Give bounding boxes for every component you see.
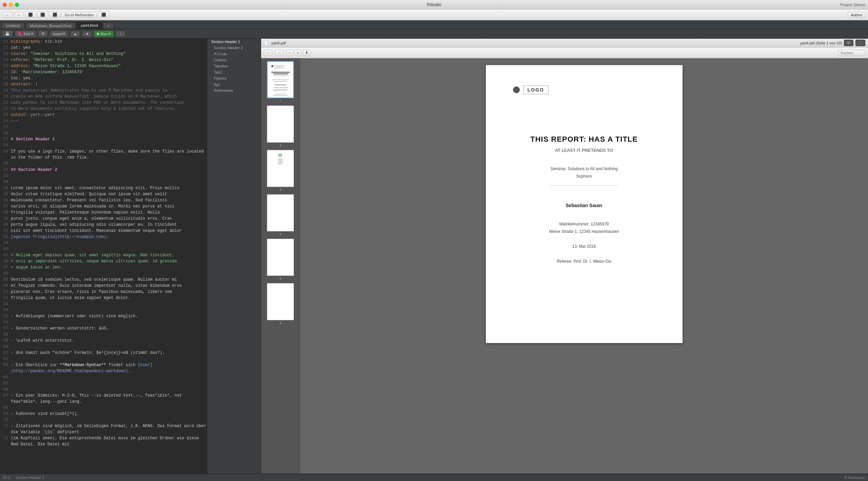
line-content: If you use a logo file, images, or other… (11, 148, 207, 161)
outline-item-7[interactable]: fig1 (207, 81, 261, 87)
app-title: RStudio (427, 2, 441, 7)
pdf-author-meta: Matrikelnummer: 12345679 Meine Straße 1,… (549, 222, 619, 234)
code-line: 17toc: yes (0, 75, 207, 81)
code-line: 50et feugiat commodo. Duis interdum impe… (0, 283, 207, 289)
outline-item-1[interactable]: Section Header 2 (207, 45, 261, 51)
editor-panel[interactable]: 11bibliography: bib.bib12lot: yes13cours… (0, 39, 207, 474)
goto-file-button[interactable]: Go to file/function (62, 12, 97, 18)
line-number: 58 (0, 332, 11, 338)
pdf-settings-btn[interactable]: ⚙ (844, 40, 853, 46)
line-number: 26 (0, 130, 11, 136)
save-button[interactable]: 💾 (2, 31, 13, 37)
line-content: fringilla quam, ut luctus enim sapien eg… (11, 295, 131, 301)
forward-button[interactable]: → (14, 12, 24, 18)
minimize-button[interactable] (9, 3, 13, 7)
line-number: 44 (0, 246, 11, 252)
line-number: 21 (0, 100, 11, 106)
code-line: 72 (im Kopfteil oben). Die entsprechende… (0, 435, 207, 447)
line-content: bibliography: bib.bib (11, 39, 62, 45)
title-bar: RStudio Project: (None) (0, 0, 868, 9)
toolbar-icon-3[interactable]: ⬛ (50, 12, 60, 18)
pdf-back-btn[interactable]: ← (264, 50, 272, 56)
more-button[interactable]: ⋮ (116, 31, 125, 37)
outline-item-2[interactable]: R-Code (207, 51, 261, 57)
close-button[interactable] (3, 3, 7, 7)
thumb-4-page-num: ii (280, 233, 281, 236)
thumb-3-page-num: ii (280, 188, 281, 192)
line-content: > orci ac imperdiet ultricies, neque met… (11, 258, 177, 264)
line-number: 14 (0, 57, 11, 63)
outline-item-0[interactable]: Section Header 1 (207, 39, 261, 45)
line-content: address: "Meine Straße 1, 12345 Hausenha… (11, 63, 121, 69)
pdf-thumb-2[interactable] (267, 105, 294, 143)
knit-icon: 🧶 (18, 32, 23, 36)
pdf-thumb-4[interactable] (267, 194, 294, 232)
zoom-in-btn[interactable]: + (294, 50, 301, 56)
line-number: 50 (0, 283, 11, 289)
pdf-university: Sophism (550, 174, 617, 179)
back-button[interactable]: ← (3, 12, 13, 18)
zoom-out-btn[interactable]: − (286, 50, 293, 56)
code-line: 42[egestas fringilla](http://example.com… (0, 234, 207, 240)
outline-item-4[interactable]: Tabellen (207, 63, 261, 69)
line-number: 18 (0, 81, 11, 87)
save-pdf-btn[interactable]: ⬇ (303, 49, 311, 56)
code-line: 70 (0, 417, 207, 423)
new-tab-button[interactable]: + (103, 22, 114, 29)
pdf-page-viewer[interactable]: LOGO THIS REPORT: HAS A TITLE AT LEAST I… (300, 58, 868, 474)
pdf-search-input[interactable] (838, 50, 865, 56)
pdf-forward-btn[interactable]: → (275, 50, 283, 56)
toolbar-icon-4[interactable]: ⬛ (98, 12, 109, 18)
pdf-thumb-1[interactable]: LOGO (267, 61, 294, 98)
code-line: 62 (0, 356, 207, 362)
code-line: 56 (0, 319, 207, 325)
tab-markdown-beispiel[interactable]: Markdown_Beispiel.Rmd (25, 22, 76, 29)
arrow-down-button[interactable]: ▼ (82, 31, 92, 37)
outline-item-5[interactable]: Tab2 (207, 69, 261, 75)
tab-untitled1[interactable]: Untitled1 (1, 22, 25, 29)
outline-item-6[interactable]: Figures (207, 75, 261, 81)
code-line: 22 to Word documents currently supports … (0, 106, 207, 112)
pdf-thumb-3[interactable] (267, 150, 294, 187)
addins-button[interactable]: Addins (848, 12, 865, 18)
thumb-1-page-num: i (280, 99, 281, 103)
line-content: porta augue ligula, vel adipiscing odio … (11, 222, 177, 228)
pdf-thumb-5[interactable] (267, 239, 294, 276)
tab-yart4[interactable]: yart4.Rmd (76, 22, 102, 29)
line-number: 46 (0, 258, 11, 264)
arrow-up-button[interactable]: ▲ (70, 31, 80, 37)
line-number: 24 (0, 118, 11, 124)
editor-toolbar: 💾 🧶 Knit ▾ ⚙ Insert ▾ ▲ ▼ ▶ Run ▾ ⋮ (0, 29, 868, 39)
toolbar-icon-1[interactable]: ⬛ (25, 12, 36, 18)
line-number: 45 (0, 252, 11, 258)
knit-button[interactable]: 🧶 Knit ▾ (15, 31, 36, 37)
line-number: 40 (0, 222, 11, 228)
pdf-thumb-6[interactable] (267, 283, 294, 320)
line-content: This manuscript demonstrates how to use … (11, 87, 167, 94)
line-content: course: "Seminar: Solutions to All and N… (11, 51, 125, 57)
outline-item-8[interactable]: References (207, 87, 261, 94)
line-number: 19 (0, 87, 11, 94)
line-number: 59 (0, 338, 11, 344)
pdf-more-btn[interactable]: ⋮ (855, 40, 865, 46)
run-button[interactable]: ▶ Run ▾ (94, 31, 114, 37)
line-number: 57 (0, 325, 11, 332)
outline-item-3[interactable]: Citation (207, 57, 261, 63)
insert-button[interactable]: Insert ▾ (50, 31, 68, 37)
code-line: 23output: yart::yart (0, 112, 207, 118)
code-line: 65 (0, 380, 207, 386)
settings-button[interactable]: ⚙ (38, 31, 48, 37)
code-line: 20 create an APA conform manuscript. pap… (0, 94, 207, 100)
line-content: - Aufzählungen (nummeriert oder nicht) s… (11, 313, 138, 319)
line-number: 28 (0, 142, 11, 148)
line-content: purus justo, congue eget enim a, element… (11, 216, 172, 222)
line-content: dolor vitae tristique eleifend. Quisque … (11, 191, 167, 197)
pdf-toolbar: ← → − + ⬇ (261, 47, 868, 58)
toolbar-icon-2[interactable]: ⬛ (37, 12, 48, 18)
line-number: 11 (0, 39, 11, 45)
maximize-button[interactable] (15, 3, 19, 7)
thumb-6-page-num: ii (280, 321, 281, 325)
code-line: 34Lorem ipsum dolor sit amet, consectetu… (0, 185, 207, 191)
code-line: 41nisi sit amet tincidunt tincidunt. Mae… (0, 228, 207, 234)
code-line: 46> orci ac imperdiet ultricies, neque m… (0, 258, 207, 264)
